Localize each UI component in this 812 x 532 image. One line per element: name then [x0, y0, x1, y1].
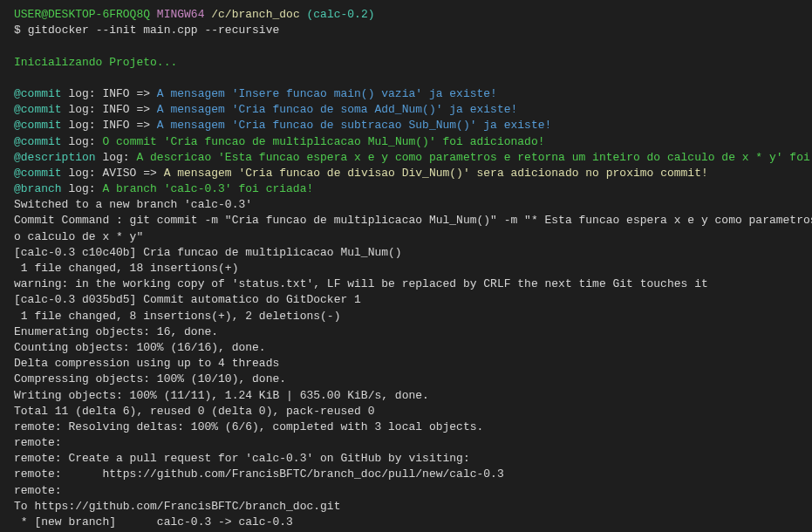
output-line: o calculo de x * y": [14, 229, 798, 245]
prompt-line: USER@DESKTOP-6FROQ8Q MINGW64 /c/branch_d…: [14, 7, 798, 23]
output-line: Commit Command : git commit -m "Cria fun…: [14, 213, 798, 228]
init-message: Inicializando Projeto...: [14, 55, 798, 71]
log-line: @commit log: AVISO => A mensagem 'Cria f…: [14, 166, 798, 181]
log-line: @description log: A descricao 'Esta func…: [14, 150, 798, 166]
output-line: [calc-0.3 c10c40b] Cria funcao de multip…: [14, 245, 798, 261]
log-line: @commit log: INFO => A mensagem 'Cria fu…: [14, 102, 798, 118]
output-line: remote: https://github.com/FrancisBFTC/b…: [14, 467, 798, 482]
output-line: * [new branch] calc-0.3 -> calc-0.3: [14, 515, 798, 530]
output-line: Switched to a new branch 'calc-0.3': [14, 197, 798, 213]
output-line: warning: in the working copy of 'status.…: [14, 276, 798, 292]
prompt-sys: MINGW64: [157, 8, 205, 21]
log-line: @commit log: INFO => A mensagem 'Insere …: [14, 86, 798, 102]
output-line: Compressing objects: 100% (10/10), done.: [14, 372, 798, 387]
command-text: gitdocker --init main.cpp --recursive: [28, 24, 280, 37]
command-line[interactable]: $ gitdocker --init main.cpp --recursive: [14, 23, 798, 38]
prompt-user: USER@DESKTOP-6FROQ8Q: [14, 8, 150, 21]
output-line: remote: Create a pull request for 'calc-…: [14, 451, 798, 467]
output-line: To https://github.com/FrancisBFTC/branch…: [14, 499, 798, 515]
prompt-symbol: $: [14, 24, 21, 37]
output-line: Delta compression using up to 4 threads: [14, 356, 798, 372]
prompt-branch: (calc-0.2): [307, 8, 375, 21]
log-line: @commit log: O commit 'Cria funcao de mu…: [14, 134, 798, 150]
output-line: [calc-0.3 d035bd5] Commit automatico do …: [14, 292, 798, 308]
output-line: Enumerating objects: 16, done.: [14, 324, 798, 340]
output-line: remote:: [14, 483, 798, 499]
prompt-path: /c/branch_doc: [211, 8, 299, 21]
output-line: Counting objects: 100% (16/16), done.: [14, 340, 798, 356]
log-line: @commit log: INFO => A mensagem 'Cria fu…: [14, 118, 798, 133]
output-line: remote:: [14, 435, 798, 451]
output-line: remote: Resolving deltas: 100% (6/6), co…: [14, 419, 798, 435]
output-line: Writing objects: 100% (11/11), 1.24 KiB …: [14, 388, 798, 404]
output-line: Total 11 (delta 6), reused 0 (delta 0), …: [14, 404, 798, 419]
output-line: 1 file changed, 18 insertions(+): [14, 261, 798, 276]
log-line: @branch log: A branch 'calc-0.3' foi cri…: [14, 181, 798, 197]
output-line: 1 file changed, 8 insertions(+), 2 delet…: [14, 309, 798, 324]
